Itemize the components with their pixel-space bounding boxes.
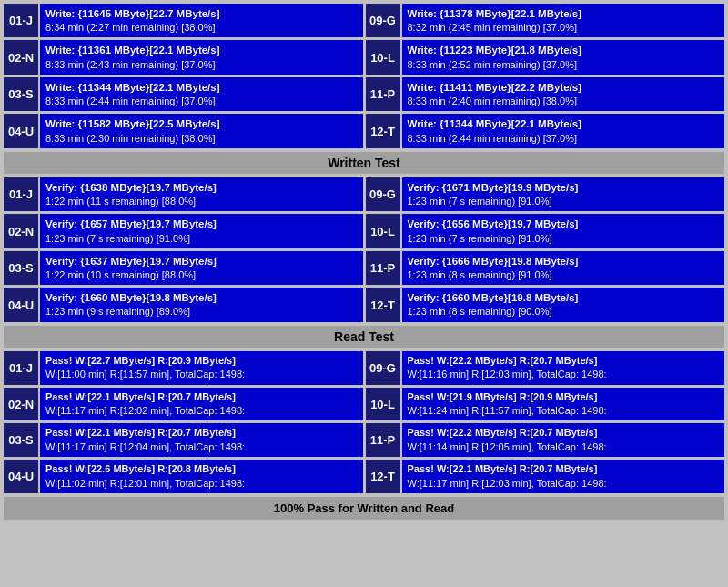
device-info: Pass! W:[22.1 MByte/s] R:[20.7 MByte/s]W…: [40, 423, 363, 457]
right-column: 09-GPass! W:[22.2 MByte/s] R:[20.7 MByte…: [366, 351, 725, 493]
device-line2: 1:22 min (11 s remaining) [88.0%]: [46, 195, 358, 208]
left-column: 01-JVerify: {1638 MByte}[19.7 MByte/s]1:…: [4, 177, 363, 322]
device-info: Pass! W:[22.2 MByte/s] R:[20.7 MByte/s]W…: [402, 423, 725, 457]
bottom-status: 100% Pass for Written and Read: [4, 497, 724, 520]
main-container: 01-JWrite: {11645 MByte}[22.7 MByte/s]8:…: [0, 0, 728, 523]
device-line1: Verify: {1637 MByte}[19.7 MByte/s]: [46, 254, 358, 268]
device-info: Pass! W:[22.7 MByte/s] R:[20.9 MByte/s]W…: [40, 351, 363, 385]
left-column: 01-JWrite: {11645 MByte}[22.7 MByte/s]8:…: [4, 4, 363, 148]
device-row: 01-JVerify: {1638 MByte}[19.7 MByte/s]1:…: [4, 177, 363, 211]
write-section: 01-JWrite: {11645 MByte}[22.7 MByte/s]8:…: [4, 4, 724, 174]
device-info: Write: {11223 MByte}[21.8 MByte/s]8:33 m…: [402, 40, 725, 74]
device-info: Verify: {1660 MByte}[19.8 MByte/s]1:23 m…: [402, 288, 725, 321]
device-row: 03-SPass! W:[22.1 MByte/s] R:[20.7 MByte…: [4, 423, 363, 457]
device-row: 12-TPass! W:[22.1 MByte/s] R:[20.7 MByte…: [366, 460, 725, 493]
device-row: 09-GWrite: {11378 MByte}[22.1 MByte/s]8:…: [366, 4, 725, 37]
device-info: Pass! W:[22.6 MByte/s] R:[20.8 MByte/s]W…: [40, 460, 363, 493]
device-line2: 1:23 min (9 s remaining) [89.0%]: [46, 305, 358, 319]
device-line1: Write: {11411 MByte}[22.2 MByte/s]: [408, 80, 720, 95]
device-label: 09-G: [366, 177, 400, 211]
device-line2: 1:22 min (10 s remaining) [88.0%]: [46, 268, 358, 282]
write-grid: 01-JWrite: {11645 MByte}[22.7 MByte/s]8:…: [4, 4, 724, 148]
verify-section: 01-JVerify: {1638 MByte}[19.7 MByte/s]1:…: [4, 177, 724, 348]
device-info: Pass! W:[22.1 MByte/s] R:[20.7 MByte/s]W…: [40, 388, 363, 421]
device-label: 01-J: [4, 177, 38, 211]
device-line2: W:[11:17 min] R:[12:03 min], TotalCap: 1…: [408, 477, 720, 491]
device-line1: Pass! W:[22.1 MByte/s] R:[20.7 MByte/s]: [46, 390, 358, 404]
device-label: 02-N: [4, 214, 38, 248]
device-line2: 1:23 min (8 s remaining) [90.0%]: [408, 305, 720, 319]
device-info: Pass! W:[22.1 MByte/s] R:[20.7 MByte/s]W…: [402, 460, 725, 493]
device-row: 10-LVerify: {1656 MByte}[19.7 MByte/s]1:…: [366, 214, 725, 248]
device-line1: Write: {11344 MByte}[22.1 MByte/s]: [46, 80, 358, 95]
device-row: 10-LWrite: {11223 MByte}[21.8 MByte/s]8:…: [366, 40, 725, 74]
device-row: 12-TWrite: {11344 MByte}[22.1 MByte/s]8:…: [366, 114, 725, 147]
device-row: 03-SWrite: {11344 MByte}[22.1 MByte/s]8:…: [4, 77, 363, 111]
device-line1: Pass! W:[22.6 MByte/s] R:[20.8 MByte/s]: [46, 462, 358, 476]
device-row: 04-UPass! W:[22.6 MByte/s] R:[20.8 MByte…: [4, 460, 363, 493]
device-label: 03-S: [4, 77, 38, 111]
device-row: 02-NWrite: {11361 MByte}[22.1 MByte/s]8:…: [4, 40, 363, 74]
device-label: 10-L: [366, 40, 400, 74]
device-label: 01-J: [4, 351, 38, 385]
device-row: 10-LPass! W:[21.9 MByte/s] R:[20.9 MByte…: [366, 388, 725, 421]
device-info: Write: {11411 MByte}[22.2 MByte/s]8:33 m…: [402, 77, 725, 111]
device-row: 12-TVerify: {1660 MByte}[19.8 MByte/s]1:…: [366, 288, 725, 321]
device-info: Write: {11378 MByte}[22.1 MByte/s]8:32 m…: [402, 4, 725, 37]
device-line2: W:[11:17 min] R:[12:02 min], TotalCap: 1…: [46, 404, 358, 418]
device-line1: Verify: {1657 MByte}[19.7 MByte/s]: [46, 217, 358, 231]
device-line2: W:[11:17 min] R:[12:04 min], TotalCap: 1…: [46, 440, 358, 454]
device-label: 04-U: [4, 460, 38, 493]
device-line1: Write: {11645 MByte}[22.7 MByte/s]: [46, 6, 358, 21]
device-row: 02-NVerify: {1657 MByte}[19.7 MByte/s]1:…: [4, 214, 363, 248]
device-label: 02-N: [4, 388, 38, 421]
device-line1: Write: {11361 MByte}[22.1 MByte/s]: [46, 43, 358, 57]
device-line1: Write: {11223 MByte}[21.8 MByte/s]: [408, 43, 720, 57]
device-row: 04-UVerify: {1660 MByte}[19.8 MByte/s]1:…: [4, 288, 363, 321]
device-label: 10-L: [366, 214, 400, 248]
device-label: 11-P: [366, 77, 400, 111]
verify-grid: 01-JVerify: {1638 MByte}[19.7 MByte/s]1:…: [4, 177, 724, 322]
device-info: Write: {11361 MByte}[22.1 MByte/s]8:33 m…: [40, 40, 363, 74]
device-label: 03-S: [4, 423, 38, 457]
device-info: Verify: {1657 MByte}[19.7 MByte/s]1:23 m…: [40, 214, 363, 248]
device-label: 10-L: [366, 388, 400, 421]
device-line1: Pass! W:[22.2 MByte/s] R:[20.7 MByte/s]: [408, 354, 720, 368]
device-line2: 8:33 min (2:43 min remaining) [37.0%]: [46, 58, 358, 72]
device-line2: 8:33 min (2:30 min remaining) [38.0%]: [46, 132, 358, 146]
device-line2: W:[11:00 min] R:[11:57 min], TotalCap: 1…: [46, 368, 358, 381]
device-label: 04-U: [4, 114, 38, 147]
device-row: 11-PPass! W:[22.2 MByte/s] R:[20.7 MByte…: [366, 423, 725, 457]
device-row: 01-JPass! W:[22.7 MByte/s] R:[20.9 MByte…: [4, 351, 363, 385]
device-line1: Verify: {1660 MByte}[19.8 MByte/s]: [408, 290, 720, 305]
device-line2: W:[11:24 min] R:[11:57 min], TotalCap: 1…: [408, 404, 720, 418]
readtest-grid: 01-JPass! W:[22.7 MByte/s] R:[20.9 MByte…: [4, 351, 724, 493]
device-info: Write: {11582 MByte}[22.5 MByte/s]8:33 m…: [40, 114, 363, 147]
device-line1: Write: {11344 MByte}[22.1 MByte/s]: [408, 116, 720, 131]
device-info: Pass! W:[21.9 MByte/s] R:[20.9 MByte/s]W…: [402, 388, 725, 421]
device-line1: Pass! W:[21.9 MByte/s] R:[20.9 MByte/s]: [408, 390, 720, 404]
device-line1: Write: {11582 MByte}[22.5 MByte/s]: [46, 116, 358, 131]
device-label: 11-P: [366, 423, 400, 457]
device-info: Verify: {1666 MByte}[19.8 MByte/s]1:23 m…: [402, 251, 725, 285]
device-info: Write: {11645 MByte}[22.7 MByte/s]8:34 m…: [40, 4, 363, 37]
device-info: Verify: {1637 MByte}[19.7 MByte/s]1:22 m…: [40, 251, 363, 285]
device-label: 04-U: [4, 288, 38, 321]
device-line2: 8:33 min (2:40 min remaining) [38.0%]: [408, 95, 720, 108]
device-line2: W:[11:02 min] R:[12:01 min], TotalCap: 1…: [46, 477, 358, 491]
device-line1: Verify: {1660 MByte}[19.8 MByte/s]: [46, 290, 358, 305]
device-label: 02-N: [4, 40, 38, 74]
device-label: 12-T: [366, 114, 400, 147]
device-line1: Verify: {1671 MByte}[19.9 MByte/s]: [408, 180, 720, 195]
device-line1: Pass! W:[22.2 MByte/s] R:[20.7 MByte/s]: [408, 426, 720, 440]
device-label: 09-G: [366, 4, 400, 37]
device-line2: 1:23 min (7 s remaining) [91.0%]: [46, 232, 358, 246]
device-label: 11-P: [366, 251, 400, 285]
device-line2: 8:32 min (2:45 min remaining) [37.0%]: [408, 21, 720, 35]
right-column: 09-GVerify: {1671 MByte}[19.9 MByte/s]1:…: [366, 177, 725, 322]
device-line2: 1:23 min (8 s remaining) [91.0%]: [408, 268, 720, 282]
device-line2: 8:33 min (2:44 min remaining) [37.0%]: [46, 95, 358, 108]
device-info: Verify: {1671 MByte}[19.9 MByte/s]1:23 m…: [402, 177, 725, 211]
device-line2: 8:33 min (2:44 min remaining) [37.0%]: [408, 132, 720, 146]
device-line2: 8:33 min (2:52 min remaining) [37.0%]: [408, 58, 720, 72]
